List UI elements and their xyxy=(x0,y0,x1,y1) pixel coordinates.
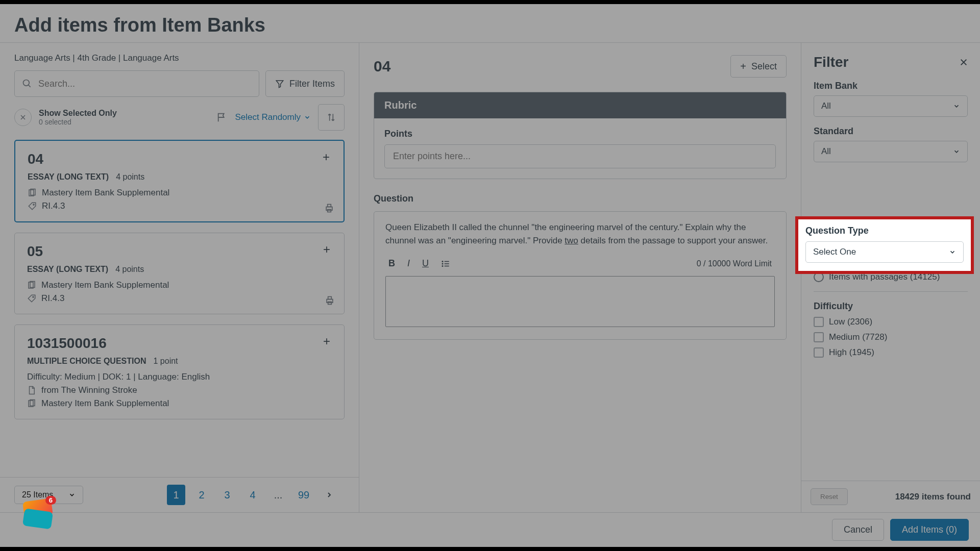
chevron-down-icon xyxy=(953,103,960,110)
add-item-button[interactable]: + xyxy=(318,241,335,258)
filter-panel: Filter Item Bank All Standard All xyxy=(801,43,980,512)
points-label: Points xyxy=(384,129,776,139)
reset-button[interactable]: Reset xyxy=(811,488,848,505)
item-passage: from The Winning Stroke xyxy=(41,385,137,395)
page-1[interactable]: 1 xyxy=(167,485,185,505)
printer-icon xyxy=(325,295,335,306)
question-type-label: Question Type xyxy=(805,226,964,236)
tag-icon xyxy=(28,202,37,211)
svg-marker-2 xyxy=(276,81,283,88)
show-selected-toggle[interactable]: Show Selected Only 0 selected xyxy=(39,109,117,126)
clear-selection-button[interactable] xyxy=(14,109,32,126)
item-type: ESSAY (LONG TEXT) xyxy=(27,265,108,274)
standard-select[interactable]: All xyxy=(814,141,968,162)
item-standard: RI.4.3 xyxy=(42,201,65,211)
italic-button[interactable]: I xyxy=(407,258,410,269)
page-99[interactable]: 99 xyxy=(295,485,313,505)
chevron-down-icon xyxy=(68,491,76,498)
print-button[interactable] xyxy=(325,295,335,306)
question-type-highlight: Question Type Select One xyxy=(795,216,974,274)
close-icon xyxy=(20,114,26,120)
question-type-value: Select One xyxy=(813,247,856,257)
plus-icon: + xyxy=(740,61,746,72)
difficulty-high[interactable]: High (1945) xyxy=(814,347,968,358)
print-button[interactable] xyxy=(324,203,334,213)
sort-button[interactable] xyxy=(318,104,345,131)
underline-button[interactable]: U xyxy=(422,258,429,269)
chevron-down-icon xyxy=(953,148,960,155)
item-card[interactable]: 04 ESSAY (LONG TEXT) 4 points Mastery It… xyxy=(14,140,345,222)
page-title: Add items from Item Banks xyxy=(14,14,966,36)
breadcrumb: Language Arts | 4th Grade | Language Art… xyxy=(14,53,345,63)
chevron-right-icon xyxy=(325,491,333,499)
item-points: 4 points xyxy=(115,265,144,274)
svg-point-0 xyxy=(23,80,30,86)
difficulty-high-label: High (1945) xyxy=(829,347,874,358)
filter-items-button[interactable]: Filter Items xyxy=(265,70,345,97)
select-randomly-label: Select Randomly xyxy=(235,112,301,122)
checkbox-icon xyxy=(814,332,824,342)
search-input-wrapper[interactable] xyxy=(14,70,259,97)
tag-icon xyxy=(27,294,36,303)
item-list-panel: Language Arts | 4th Grade | Language Art… xyxy=(0,43,359,512)
item-bank-name: Mastery Item Bank Supplemental xyxy=(42,188,169,198)
item-card[interactable]: 05 ESSAY (LONG TEXT) 4 points Mastery It… xyxy=(14,233,345,314)
select-item-button[interactable]: + Select xyxy=(730,55,787,78)
svg-point-7 xyxy=(33,204,34,205)
items-found-count: 18429 items found xyxy=(895,492,971,502)
filter-title: Filter xyxy=(814,54,848,70)
add-items-button[interactable]: Add Items (0) xyxy=(890,519,969,541)
list-icon xyxy=(441,259,450,268)
help-widget[interactable]: 6 xyxy=(23,500,52,528)
difficulty-low-label: Low (2306) xyxy=(829,317,872,327)
svg-point-13 xyxy=(33,296,34,297)
standard-value: All xyxy=(821,146,831,157)
bold-button[interactable]: B xyxy=(388,258,395,269)
item-card[interactable]: 1031500016 MULTIPLE CHOICE QUESTION 1 po… xyxy=(14,324,345,419)
svg-point-23 xyxy=(442,265,444,267)
filter-items-label: Filter Items xyxy=(289,79,335,89)
item-bank-name: Mastery Item Bank Supplemental xyxy=(41,398,169,409)
item-bank-name: Mastery Item Bank Supplemental xyxy=(41,280,169,290)
select-label: Select xyxy=(751,61,777,72)
selected-count: 0 selected xyxy=(39,118,117,126)
difficulty-medium-label: Medium (7728) xyxy=(829,332,887,342)
svg-rect-22 xyxy=(445,263,449,264)
bullet-list-button[interactable] xyxy=(441,259,450,268)
add-item-button[interactable]: + xyxy=(318,333,335,349)
item-bank-value: All xyxy=(821,101,831,111)
svg-line-1 xyxy=(29,85,31,87)
page-next[interactable] xyxy=(320,485,338,505)
show-selected-label: Show Selected Only xyxy=(39,109,117,118)
points-input[interactable] xyxy=(384,144,776,168)
page-3[interactable]: 3 xyxy=(218,485,236,505)
question-text: Queen Elizabeth II called the chunnel "t… xyxy=(385,221,775,247)
chevron-down-icon xyxy=(304,114,311,121)
item-bank-select[interactable]: All xyxy=(814,95,968,117)
cancel-button[interactable]: Cancel xyxy=(832,519,884,541)
bank-icon xyxy=(27,399,36,408)
preview-title: 04 xyxy=(374,58,390,75)
question-box: Queen Elizabeth II called the chunnel "t… xyxy=(374,211,787,340)
svg-rect-24 xyxy=(445,265,449,266)
close-filter-button[interactable] xyxy=(960,58,968,66)
select-randomly-button[interactable]: Select Randomly xyxy=(235,112,311,122)
add-item-button[interactable]: + xyxy=(318,149,334,165)
rubric-section: Rubric Points xyxy=(374,92,787,179)
search-input[interactable] xyxy=(38,79,252,89)
page-2[interactable]: 2 xyxy=(192,485,211,505)
question-type-select[interactable]: Select One xyxy=(805,241,964,263)
item-difficulty-row: Difficulty: Medium | DOK: 1 | Language: … xyxy=(27,372,332,382)
chevron-down-icon xyxy=(949,248,956,256)
difficulty-low[interactable]: Low (2306) xyxy=(814,317,968,327)
search-icon xyxy=(22,79,32,89)
editor-toolbar: B I U 0 / 10000 Word Limit xyxy=(385,255,775,276)
checkbox-icon xyxy=(814,347,824,358)
difficulty-medium[interactable]: Medium (7728) xyxy=(814,332,968,342)
item-points: 1 point xyxy=(153,357,178,366)
document-icon xyxy=(27,386,36,395)
page-4[interactable]: 4 xyxy=(243,485,262,505)
item-title: 04 xyxy=(28,151,331,167)
answer-textarea[interactable] xyxy=(385,276,775,327)
item-title: 05 xyxy=(27,243,332,260)
